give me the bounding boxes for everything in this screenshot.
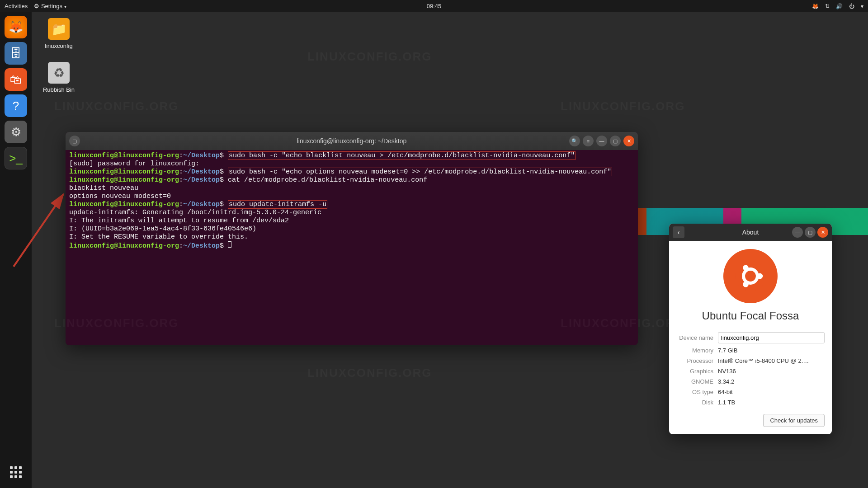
maximize-button[interactable]: ▢ [610,136,621,146]
search-icon[interactable]: 🔍 [569,136,580,146]
hamburger-icon[interactable]: ≡ [583,136,594,146]
top-bar: Activities ⚙ Settings 09:45 🦊 ⇅ 🔊 ⏻ ▾ [0,0,868,12]
graphics-value: NV136 [718,368,825,375]
rubbish-bin[interactable]: ♻ Rubbish Bin [41,62,77,93]
terminal-output: I: The initramfs will attempt to resume … [69,217,634,225]
processor-value: Intel® Core™ i5-8400 CPU @ 2.… [718,357,825,364]
terminal-output: blacklist nouveau [69,184,634,192]
device-name-input[interactable] [718,332,825,343]
about-header[interactable]: ‹ About — ▢ ✕ [669,224,832,241]
trash-icon: ♻ [48,62,70,84]
ubuntu-logo-icon [723,249,778,303]
svg-point-3 [757,273,763,279]
highlighted-command-3: sudo update-initramfs -u [228,200,327,209]
desktop-icons: 📁 linuxconfig ♻ Rubbish Bin [41,18,77,93]
watermark: LINUXCONFIG.ORG [307,50,432,64]
trash-label: Rubbish Bin [41,86,77,93]
cursor [228,241,231,248]
terminal-launcher[interactable]: >_ [5,147,27,169]
terminal-window: ▢ linuxconfig@linuxconfig-org: ~/Desktop… [66,132,638,345]
terminal-titlebar[interactable]: ▢ linuxconfig@linuxconfig-org: ~/Desktop… [66,132,638,150]
show-applications[interactable] [5,461,27,483]
help-launcher[interactable]: ? [5,94,27,117]
new-tab-button[interactable]: ▢ [69,136,80,146]
software-launcher[interactable]: 🛍 [5,68,27,91]
network-icon[interactable]: ⇅ [825,3,830,9]
highlighted-command-2: sudo bash -c "echo options nouveau modes… [228,168,612,176]
folder-linuxconfig[interactable]: 📁 linuxconfig [41,18,77,49]
terminal-output: I: (UUID=b3a2e069-1ea5-4ac4-8f33-636fe40… [69,225,634,233]
firefox-launcher[interactable]: 🦊 [5,16,27,38]
close-button[interactable]: ✕ [623,136,634,146]
settings-launcher[interactable]: ⚙ [5,121,27,143]
app-menu[interactable]: ⚙ Settings [34,3,66,9]
disk-value: 1.1 TB [718,399,825,406]
gnome-value: 3.34.2 [718,378,825,385]
memory-value: 7.7 GiB [718,347,825,354]
terminal-title: linuxconfig@linuxconfig-org: ~/Desktop [297,137,407,145]
watermark: LINUXCONFIG.ORG [54,99,179,113]
volume-icon[interactable]: 🔊 [836,3,843,9]
annotation-arrow [14,212,68,267]
terminal-output: options nouveau modeset=0 [69,192,634,201]
folder-icon: 📁 [48,18,70,40]
chevron-down-icon[interactable]: ▾ [861,3,863,9]
terminal-output: update-initramfs: Generating /boot/initr… [69,209,634,217]
terminal-output: [sudo] password for linuxconfig: [69,160,634,168]
back-button[interactable]: ‹ [673,226,684,238]
files-launcher[interactable]: 🗄 [5,42,27,65]
watermark: LINUXCONFIG.ORG [307,366,432,380]
terminal-output: I: Set the RESUME variable to override t… [69,233,634,241]
minimize-button[interactable]: — [596,136,607,146]
power-icon[interactable]: ⏻ [849,3,854,9]
check-for-updates-button[interactable]: Check for updates [763,414,825,427]
about-title: About [742,229,759,236]
terminal-body[interactable]: linuxconfig@linuxconfig-org:~/Desktop$ s… [66,150,638,252]
maximize-button[interactable]: ▢ [805,227,816,238]
close-button[interactable]: ✕ [817,227,828,238]
minimize-button[interactable]: — [792,227,803,238]
svg-point-4 [743,265,749,271]
folder-label: linuxconfig [41,42,77,49]
highlighted-command-1: sudo bash -c "echo blacklist nouveau > /… [228,151,576,160]
watermark: LINUXCONFIG.ORG [561,99,685,113]
activities-button[interactable]: Activities [5,3,28,9]
clock[interactable]: 09:45 [427,3,442,9]
ostype-value: 64-bit [718,389,825,395]
firefox-indicator-icon[interactable]: 🦊 [812,3,819,9]
svg-point-5 [743,282,749,287]
distro-name: Ubuntu Focal Fossa [676,310,825,322]
about-dialog: ‹ About — ▢ ✕ Ubuntu Focal Fossa Device … [669,224,832,434]
